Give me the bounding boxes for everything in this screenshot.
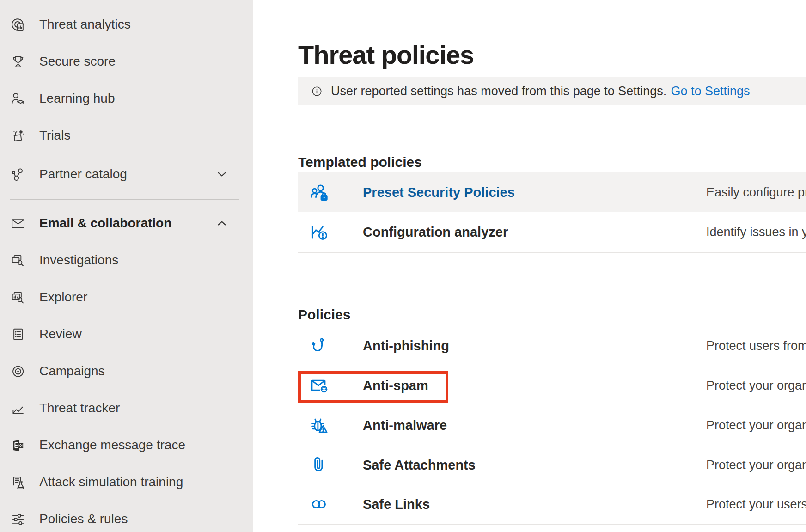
- sidebar-item-learning-hub[interactable]: Learning hub: [0, 80, 253, 117]
- sidebar-item-label: Review: [39, 327, 82, 342]
- sidebar-item-threat-tracker[interactable]: Threat tracker: [0, 390, 253, 427]
- policy-row-description: Protect your users fro: [706, 497, 806, 511]
- info-icon: [310, 85, 324, 98]
- sidebar-item-policies-rules[interactable]: Policies & rules: [0, 501, 253, 532]
- trophy-icon: [9, 53, 26, 70]
- info-banner: User reported settings has moved from th…: [298, 77, 806, 105]
- sidebar-item-label: Campaigns: [39, 364, 105, 379]
- sidebar-item-explorer[interactable]: Explorer: [0, 279, 253, 316]
- sidebar-item-label: Threat analytics: [39, 17, 131, 32]
- sidebar-item-label: Email & collaboration: [39, 216, 171, 231]
- explorer-icon: [9, 289, 26, 306]
- policy-row-description: Protect users from p: [706, 338, 806, 353]
- sidebar-item-partner-catalog[interactable]: Partner catalog: [0, 156, 253, 193]
- policy-row-description: Easily configure prot: [706, 185, 806, 199]
- partner-catalog-icon: [9, 166, 26, 183]
- sidebar-item-review[interactable]: Review: [0, 316, 253, 353]
- policy-row-safe-links[interactable]: Safe LinksProtect your users fro: [298, 484, 806, 525]
- policy-row-anti-malware[interactable]: Anti-malwareProtect your organiz: [298, 405, 806, 446]
- sidebar-item-attack-simulation-training[interactable]: Attack simulation training: [0, 464, 253, 501]
- policy-row-label: Safe Links: [363, 496, 430, 512]
- sidebar-item-label: Exchange message trace: [39, 438, 185, 453]
- section-heading-policies: Policies: [298, 306, 350, 323]
- policy-row-label: Anti-spam: [363, 378, 428, 393]
- sidebar-item-threat-analytics[interactable]: Threat analytics: [0, 6, 253, 43]
- policy-row-label: Configuration analyzer: [363, 225, 508, 240]
- go-to-settings-link[interactable]: Go to Settings: [671, 84, 750, 98]
- policy-row-configuration-analyzer[interactable]: Configuration analyzerIdentify issues in…: [298, 212, 806, 253]
- info-banner-text: User reported settings has moved from th…: [331, 84, 666, 98]
- sidebar-item-label: Threat tracker: [39, 401, 120, 416]
- policy-row-anti-phishing[interactable]: Anti-phishingProtect users from p: [298, 326, 806, 366]
- sidebar-item-secure-score[interactable]: Secure score: [0, 43, 253, 80]
- threat-tracker-icon: [9, 400, 26, 416]
- sidebar-item-label: Explorer: [39, 290, 87, 305]
- policies-rules-icon: [9, 511, 26, 527]
- policy-row-label: Anti-phishing: [363, 338, 449, 353]
- policy-row-description: Protect your organiz: [706, 378, 806, 392]
- policy-row-description: Protect your organiz: [706, 418, 806, 433]
- policy-row-description: Protect your organiz: [706, 458, 806, 472]
- sidebar-item-trials[interactable]: Trials: [0, 117, 253, 154]
- policy-row-safe-attachments[interactable]: Safe AttachmentsProtect your organiz: [298, 445, 806, 485]
- review-icon: [9, 326, 26, 342]
- sidebar-divider: [10, 199, 239, 200]
- sidebar-item-label: Partner catalog: [39, 167, 127, 182]
- sidebar-item-campaigns[interactable]: Campaigns: [0, 353, 253, 390]
- chevron-down-icon: [215, 167, 229, 181]
- policy-row-label: Anti-malware: [363, 418, 447, 433]
- chart-alert-icon: [308, 221, 330, 243]
- bug-warning-icon: [308, 415, 330, 436]
- sidebar-item-email-collaboration[interactable]: Email & collaboration: [0, 205, 253, 242]
- sidebar-item-label: Investigations: [39, 253, 118, 268]
- exchange-icon: [9, 437, 26, 453]
- page-title: Threat policies: [298, 40, 474, 70]
- section-heading-templated-policies: Templated policies: [298, 154, 422, 171]
- people-lock-icon: [308, 182, 330, 203]
- policy-row-preset-security-policies[interactable]: Preset Security PoliciesEasily configure…: [298, 172, 806, 212]
- campaigns-icon: [9, 363, 26, 379]
- sidebar: Threat analytics Secure score Learning h…: [0, 0, 253, 532]
- fish-hook-icon: [308, 335, 330, 356]
- app-window: Threat analytics Secure score Learning h…: [0, 0, 806, 532]
- sidebar-item-label: Secure score: [39, 54, 116, 69]
- policy-row-anti-spam[interactable]: Anti-spamProtect your organiz: [298, 365, 806, 406]
- policy-row-label: Safe Attachments: [363, 457, 476, 472]
- paperclip-icon: [308, 454, 330, 476]
- attack-simulation-icon: [9, 474, 26, 490]
- sidebar-item-label: Learning hub: [39, 91, 115, 106]
- sidebar-item-label: Attack simulation training: [39, 475, 183, 489]
- mail-icon: [9, 215, 26, 232]
- policy-row-label: Preset Security Policies: [363, 184, 515, 200]
- threat-analytics-icon: [9, 16, 26, 33]
- policy-row-description: Identify issues in you: [706, 225, 806, 239]
- trials-icon: [9, 127, 26, 144]
- sidebar-item-investigations[interactable]: Investigations: [0, 242, 253, 279]
- sidebar-item-exchange-message-trace[interactable]: Exchange message trace: [0, 427, 253, 464]
- sidebar-item-label: Policies & rules: [39, 512, 128, 526]
- chevron-up-icon: [215, 216, 229, 230]
- learning-hub-icon: [9, 90, 26, 107]
- mail-blocked-icon: [308, 375, 330, 396]
- investigations-icon: [9, 252, 26, 269]
- chain-links-icon: [308, 494, 330, 515]
- sidebar-item-label: Trials: [39, 128, 70, 143]
